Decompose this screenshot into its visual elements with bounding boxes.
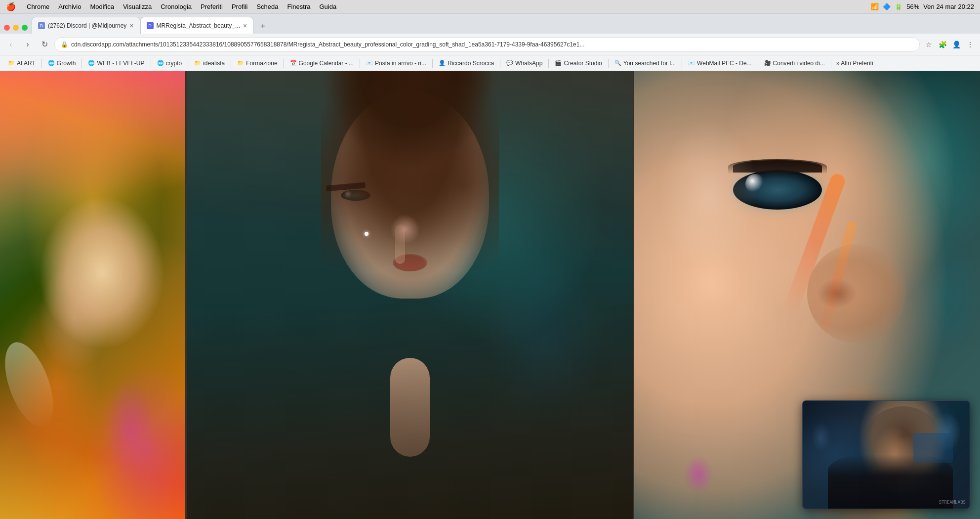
profile-icon[interactable]: 👤 — [950, 39, 962, 50]
bookmark-separator-5 — [231, 59, 231, 68]
menubar-visualizza[interactable]: Visualizza — [123, 3, 152, 10]
tab-image[interactable]: D MRRegista_Abstract_beauty_... × — [140, 17, 254, 34]
menubar-archivio[interactable]: Archivio — [58, 3, 81, 10]
bookmark-ai-art[interactable]: 📁 AI ART — [4, 57, 40, 69]
bookmark-formazione[interactable]: 📁 Formazione — [233, 57, 281, 69]
tab-title-image: MRRegista_Abstract_beauty_... — [157, 22, 240, 29]
window-minimize-button[interactable] — [13, 25, 19, 31]
bookmark-growth[interactable]: 🌐 Growth — [44, 57, 80, 69]
tab-favicon-image: D — [147, 22, 154, 29]
apple-menu-icon[interactable]: 🍎 — [6, 2, 16, 11]
menubar: 🍎 Chrome Archivio Modifica Visualizza Cr… — [0, 0, 980, 14]
menubar-profili[interactable]: Profili — [232, 3, 248, 10]
menu-dots-icon[interactable]: ⋮ — [964, 39, 976, 50]
bookmark-idealista[interactable]: 📁 idealista — [190, 57, 229, 69]
menubar-scheda[interactable]: Scheda — [256, 3, 278, 10]
lock-icon: 🔒 — [61, 41, 68, 48]
bookmark-you-searched[interactable]: 🔍 You searched for l... — [611, 57, 680, 69]
bookmark-star-icon[interactable]: ☆ — [923, 39, 935, 50]
menubar-modifica[interactable]: Modifica — [90, 3, 114, 10]
datetime: Ven 24 mar 20:22 — [923, 3, 974, 10]
tab-close-discord[interactable]: × — [129, 22, 133, 30]
bookmark-webmail[interactable]: 📧 WebMail PEC - De... — [684, 57, 755, 69]
menubar-guida[interactable]: Guida — [319, 3, 336, 10]
bookmark-separator-7 — [360, 59, 360, 68]
address-bar: ‹ › ↻ 🔒 cdn.discordapp.com/attachments/1… — [0, 34, 980, 55]
tab-bar: D (2762) Discord | @Midjourney × D MRReg… — [0, 14, 980, 34]
bookmark-separator-12 — [682, 59, 682, 68]
bookmarks-bar: 📁 AI ART 🌐 Growth 🌐 WEB - LEVEL-UP 🌐 cry… — [0, 55, 980, 71]
battery-percent: 56% — [906, 3, 919, 10]
tab-close-image[interactable]: × — [243, 22, 247, 30]
bookmark-separator-11 — [608, 59, 609, 68]
bluetooth-icon: 🔷 — [883, 3, 891, 10]
bookmark-separator-14 — [831, 59, 831, 68]
bookmark-creator-studio[interactable]: 🎬 Creator Studio — [551, 57, 606, 69]
bookmark-converti[interactable]: 🎥 Converti i video di... — [760, 57, 829, 69]
forward-button[interactable]: › — [21, 38, 35, 51]
purple-glow — [0, 71, 185, 519]
bookmark-whatsapp[interactable]: 💬 WhatsApp — [502, 57, 546, 69]
magenta-reflection — [684, 455, 713, 494]
window-maximize-button[interactable] — [22, 25, 28, 31]
address-bar-icons: ☆ 🧩 👤 ⋮ — [923, 39, 976, 50]
tab-title-discord: (2762) Discord | @Midjourney — [48, 22, 126, 29]
top-hair-center — [326, 71, 494, 170]
tab-favicon-discord: D — [38, 22, 45, 29]
bookmark-riccardo[interactable]: 👤 Riccardo Scrocca — [435, 57, 498, 69]
url-bar[interactable]: 🔒 cdn.discordapp.com/attachments/1013512… — [54, 37, 920, 52]
menubar-chrome[interactable]: Chrome — [27, 3, 49, 10]
pip-background: STREAMLABS — [803, 401, 970, 509]
menubar-right-area: 📶 🔷 🔋 56% Ven 24 mar 20:22 — [871, 0, 974, 13]
tab-discord[interactable]: D (2762) Discord | @Midjourney × — [32, 17, 140, 34]
image-panel-center — [187, 71, 633, 519]
bookmark-separator-2 — [82, 59, 82, 68]
bookmark-separator-9 — [500, 59, 500, 68]
chrome-window: D (2762) Discord | @Midjourney × D MRReg… — [0, 14, 980, 519]
bookmarks-more[interactable]: » Altri Preferiti — [833, 60, 876, 67]
cheek-highlight — [390, 215, 420, 244]
bookmark-google-calendar[interactable]: 📅 Google Calendar - ... — [286, 57, 358, 69]
bookmark-separator-3 — [151, 59, 151, 68]
image-panel-left — [0, 71, 185, 519]
refresh-button[interactable]: ↻ — [38, 38, 51, 51]
battery-icon: 🔋 — [895, 3, 902, 10]
bookmark-separator-1 — [41, 59, 42, 68]
extensions-icon[interactable]: 🧩 — [937, 39, 948, 50]
bookmark-separator-6 — [284, 59, 284, 68]
url-text: cdn.discordapp.com/attachments/101351233… — [71, 41, 913, 48]
back-button[interactable]: ‹ — [4, 38, 18, 51]
bookmark-separator-13 — [758, 59, 758, 68]
window-close-button[interactable] — [4, 25, 10, 31]
main-content: STREAMLABS — [0, 71, 980, 519]
bookmark-separator-4 — [188, 59, 188, 68]
menubar-cronologia[interactable]: Cronologia — [161, 3, 192, 10]
pip-watermark: STREAMLABS — [939, 500, 966, 505]
menubar-preferiti[interactable]: Preferiti — [201, 3, 223, 10]
pip-clothing — [828, 455, 953, 509]
bookmark-web-levelup[interactable]: 🌐 WEB - LEVEL-UP — [84, 57, 148, 69]
bookmark-crypto[interactable]: 🌐 crypto — [153, 57, 186, 69]
menubar-finestra[interactable]: Finestra — [287, 3, 311, 10]
skin-highlight-right — [659, 121, 758, 269]
studio-light-left — [811, 423, 831, 452]
wifi-icon: 📶 — [871, 3, 879, 10]
bookmark-separator-10 — [548, 59, 549, 68]
bookmark-separator-8 — [432, 59, 433, 68]
bookmark-posta[interactable]: 📧 Posta in arrivo - ri... — [362, 57, 430, 69]
pip-overlay[interactable]: STREAMLABS — [802, 400, 970, 509]
new-tab-button[interactable]: + — [255, 19, 270, 34]
monitor-glow — [913, 433, 953, 463]
